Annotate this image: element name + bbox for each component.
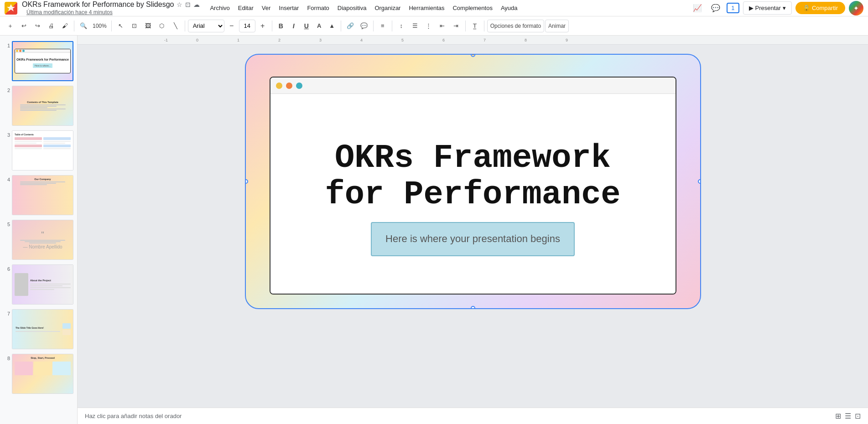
- divider-4: [272, 21, 272, 31]
- undo-button[interactable]: ↩: [17, 20, 30, 32]
- notes-hint[interactable]: Haz clic para añadir notas del orador: [85, 413, 182, 419]
- comments-icon[interactable]: 💬: [708, 1, 723, 16]
- link-button[interactable]: 🔗: [344, 20, 357, 32]
- redo-button[interactable]: ↪: [31, 20, 44, 32]
- toolbar: ＋ ↩ ↪ 🖨 🖌 🔍 100% ↖ ⊡ 🖼 ⬡ ╲ Arial − + B I…: [0, 16, 868, 36]
- editor-area: -1 0 1 2 3 4 5 6 7 8 9: [78, 36, 868, 424]
- slide-canvas-area[interactable]: OKRs Framework for Performance Here is w…: [78, 45, 868, 408]
- slide-preview-4: Our Company: [12, 175, 73, 215]
- handle-tr[interactable]: [698, 54, 701, 57]
- select-tool[interactable]: ↖: [114, 20, 127, 32]
- line-spacing-button[interactable]: ↕: [395, 20, 408, 32]
- slide-thumbnail-3[interactable]: 3 Table of Contents: [3, 129, 74, 171]
- handle-mr[interactable]: [698, 179, 701, 184]
- menu-organizar[interactable]: Organizar: [371, 3, 404, 13]
- app-logo: [5, 2, 17, 15]
- presentation-begins-text[interactable]: Here is where your presentation begins: [385, 232, 560, 246]
- star-icon[interactable]: ☆: [177, 1, 182, 8]
- zoom-out-button[interactable]: 🔍: [77, 20, 90, 32]
- gemini-button[interactable]: ✦: [849, 1, 863, 16]
- paint-format-button[interactable]: 🖌: [58, 20, 71, 32]
- main-slide[interactable]: OKRs Framework for Performance Here is w…: [245, 54, 701, 309]
- menu-ayuda[interactable]: Ayuda: [497, 3, 521, 13]
- menu-herramientas[interactable]: Herramientas: [405, 3, 448, 13]
- present-button[interactable]: ▶ Presentar ▾: [743, 1, 792, 15]
- shapes-tool[interactable]: ⬡: [156, 20, 168, 32]
- slide-num-8: 8: [4, 356, 10, 361]
- text-box-tool[interactable]: ⊡: [128, 20, 141, 32]
- divider-3: [185, 21, 185, 31]
- slide-thumbnail-2[interactable]: 2 Contents of This Template: [3, 85, 74, 127]
- bottom-panel: Haz clic para añadir notas del orador ⊞ …: [78, 408, 868, 424]
- slide-num-3: 3: [4, 132, 10, 138]
- add-button[interactable]: ＋: [4, 20, 16, 32]
- comment-button[interactable]: 💬: [358, 20, 370, 32]
- slide-main-title[interactable]: OKRs Framework for Performance: [307, 131, 639, 217]
- browser-header: [270, 78, 676, 94]
- slide-thumbnail-6[interactable]: 6 About the Project: [3, 264, 74, 305]
- menu-formato[interactable]: Formato: [303, 3, 333, 13]
- menu-archivo[interactable]: Archivo: [206, 3, 233, 13]
- grid-view-icon[interactable]: ⊞: [835, 412, 841, 420]
- font-size-down[interactable]: −: [225, 20, 238, 32]
- handle-br[interactable]: [698, 306, 701, 309]
- browser-dot-3: [296, 83, 302, 89]
- image-tool[interactable]: 🖼: [142, 20, 155, 32]
- slide-thumbnail-4[interactable]: 4 Our Company: [3, 174, 74, 216]
- slide-num-1: 1: [4, 43, 10, 48]
- divider-6: [373, 21, 374, 31]
- menu-ver[interactable]: Ver: [258, 3, 275, 13]
- menu-editar[interactable]: Editar: [234, 3, 257, 13]
- zoom-fit-icon[interactable]: ⊡: [855, 412, 861, 420]
- font-size-up[interactable]: +: [256, 20, 269, 32]
- format-options-button[interactable]: Opciones de formato: [487, 20, 544, 32]
- menu-insertar[interactable]: Insertar: [275, 3, 302, 13]
- slide-thumbnail-5[interactable]: 5 " — Nombre Apellido: [3, 219, 74, 261]
- handle-tl[interactable]: [245, 54, 248, 57]
- highlight-button[interactable]: ▲: [326, 20, 338, 32]
- bulleted-list-button[interactable]: ☰: [409, 20, 421, 32]
- divider-2: [111, 21, 112, 31]
- zoom-level[interactable]: 100%: [91, 20, 109, 32]
- folder-icon[interactable]: ⊡: [185, 1, 191, 8]
- slide-num-4: 4: [4, 177, 10, 182]
- divider-7: [392, 21, 392, 31]
- handle-bc[interactable]: [471, 306, 475, 309]
- handle-ml[interactable]: [245, 179, 248, 184]
- main-content: 1 OKRs Framework for Performance: [0, 36, 868, 424]
- menu-complementos[interactable]: Complementos: [449, 3, 496, 13]
- analytics-icon[interactable]: 📈: [690, 1, 705, 16]
- svg-marker-0: [7, 4, 15, 11]
- browser-mockup: OKRs Framework for Performance Here is w…: [270, 77, 676, 295]
- indent-decrease-button[interactable]: ⇤: [436, 20, 449, 32]
- slide-counter[interactable]: 1: [727, 3, 739, 13]
- slide-thumbnail-8[interactable]: 8 Stop, Start, Proceed: [3, 353, 74, 395]
- share-button[interactable]: 🔒 Compartir: [795, 2, 845, 14]
- menu-diapositiva[interactable]: Diapositiva: [334, 3, 370, 13]
- numbered-list-button[interactable]: ⋮: [422, 20, 435, 32]
- italic-button[interactable]: I: [288, 20, 300, 32]
- animate-button[interactable]: Animar: [545, 20, 569, 32]
- presentation-begins-box[interactable]: Here is where your presentation begins: [371, 222, 575, 256]
- text-align-button[interactable]: ≡: [376, 20, 389, 32]
- menu-items: Archivo Editar Ver Insertar Formato Diap…: [206, 3, 521, 13]
- underline-button[interactable]: U: [301, 20, 312, 32]
- slide-preview-3: Table of Contents: [12, 130, 73, 171]
- indent-increase-button[interactable]: ⇥: [450, 20, 463, 32]
- browser-content[interactable]: OKRs Framework for Performance Here is w…: [270, 94, 676, 294]
- line-tool[interactable]: ╲: [169, 20, 182, 32]
- document-title[interactable]: OKRs Framework for Performance by Slides…: [22, 0, 174, 9]
- clear-format-button[interactable]: T̲: [468, 20, 481, 32]
- font-size-input[interactable]: [239, 20, 255, 32]
- bold-button[interactable]: B: [275, 20, 287, 32]
- handle-bl[interactable]: [245, 306, 248, 309]
- print-button[interactable]: 🖨: [45, 20, 57, 32]
- slide-thumbnail-7[interactable]: 7 The Slide Title Goes Here!: [3, 308, 74, 350]
- last-modified-text[interactable]: Última modificación hace 4 minutos: [26, 9, 113, 16]
- list-view-icon[interactable]: ☰: [845, 412, 851, 420]
- slide-thumbnail-1[interactable]: 1 OKRs Framework for Performance: [3, 40, 74, 82]
- font-selector[interactable]: Arial: [188, 20, 224, 32]
- cloud-icon[interactable]: ☁: [193, 1, 200, 8]
- chevron-down-icon: ▾: [783, 5, 786, 11]
- text-color-button[interactable]: A: [313, 20, 325, 32]
